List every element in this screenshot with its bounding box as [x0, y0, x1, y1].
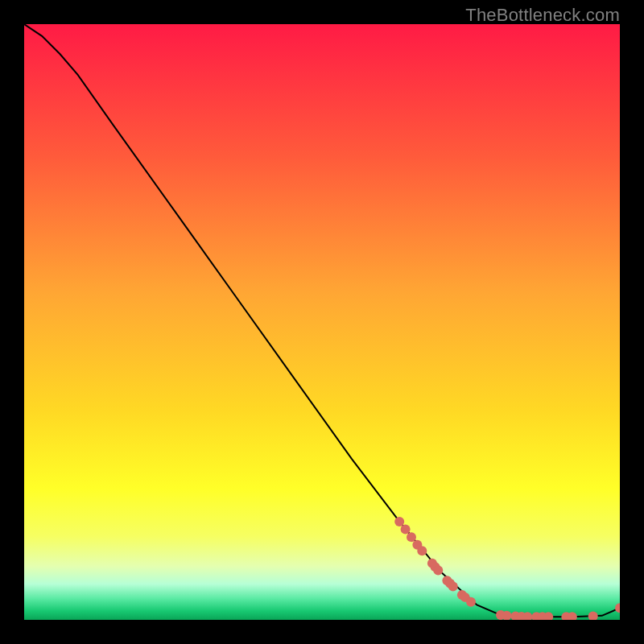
data-marker — [615, 603, 620, 613]
data-marker — [417, 546, 427, 555]
bottleneck-curve — [24, 24, 620, 617]
data-marker — [433, 566, 443, 576]
data-marker — [394, 517, 404, 526]
data-marker — [588, 612, 598, 620]
data-marker — [401, 525, 411, 535]
data-marker — [448, 582, 458, 592]
chart-frame: TheBottleneck.com — [0, 0, 644, 644]
data-marker — [407, 532, 416, 542]
plot-area — [24, 24, 620, 620]
chart-svg — [24, 24, 620, 620]
watermark-text: TheBottleneck.com — [465, 5, 620, 26]
data-marker — [466, 597, 476, 607]
